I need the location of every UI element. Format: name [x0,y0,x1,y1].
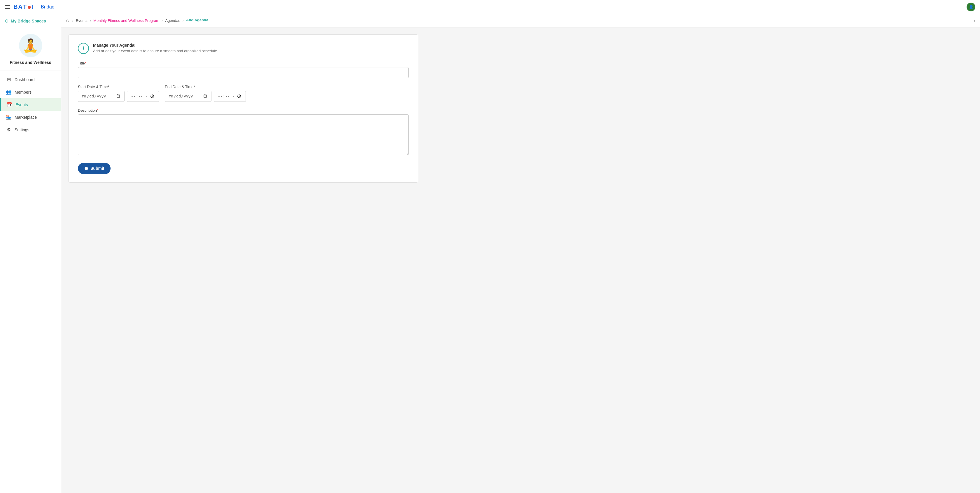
info-text-block: Manage Your Agenda! Add or edit your eve… [93,43,218,53]
sidebar-item-dashboard[interactable]: ⊞ Dashboard [0,73,61,86]
agenda-form-card: i Manage Your Agenda! Add or edit your e… [68,34,418,183]
title-group: Title* [78,61,409,78]
sidebar-profile: 🧘 Fitness and Wellness [0,28,61,71]
description-textarea[interactable] [78,115,409,155]
start-time-input[interactable] [127,91,159,102]
info-banner: i Manage Your Agenda! Add or edit your e… [78,43,409,54]
description-group: Description* [78,108,409,156]
breadcrumb-events[interactable]: Events [76,18,88,23]
info-description: Add or edit your event details to ensure… [93,49,218,53]
breadcrumb-event-name[interactable]: Monthly Fitness and Wellness Program [93,18,159,23]
breadcrumb-add-agenda[interactable]: Add Agenda [186,18,208,23]
end-time-input[interactable] [214,91,246,102]
start-date-input[interactable] [78,91,124,102]
description-label: Description* [78,108,409,113]
dashboard-icon: ⊞ [6,77,12,82]
sidebar-item-events-label: Events [16,102,28,107]
title-label: Title* [78,61,409,65]
breadcrumb-sep-1: › [90,18,91,23]
breadcrumb-sep-2: › [162,18,163,23]
date-time-row: Start Date & Time* End Date & Time* [78,84,409,102]
sidebar: ⊙ My Bridge Spaces 🧘 Fitness and Wellnes… [0,14,61,493]
my-bridge-spaces-button[interactable]: ⊙ My Bridge Spaces [0,14,61,28]
sidebar-item-events[interactable]: 📅 Events [0,98,61,111]
sidebar-item-marketplace[interactable]: 🏪 Marketplace [0,111,61,123]
logo-area: BAT●I [13,3,33,11]
user-avatar[interactable] [967,3,975,11]
collapse-icon[interactable]: ‹ [974,18,975,23]
app-title: Bridge [41,5,54,10]
hamburger-menu[interactable] [5,5,10,10]
sidebar-item-dashboard-label: Dashboard [14,77,35,82]
end-label: End Date & Time* [165,84,246,89]
profile-avatar: 🧘 [19,34,42,57]
main-content: ⌂ › Events › Monthly Fitness and Wellnes… [61,14,980,493]
end-date-time-group: End Date & Time* [165,84,246,102]
end-date-input[interactable] [165,91,212,102]
nav-divider [37,3,37,11]
batoi-logo: BAT●I [13,3,33,11]
breadcrumb-sep-3: › [183,18,184,23]
circle-icon: ⊙ [5,18,8,24]
sidebar-item-members-label: Members [14,90,32,94]
info-icon: i [78,43,89,54]
events-icon: 📅 [7,102,13,107]
sidebar-navigation: ⊞ Dashboard 👥 Members 📅 Events 🏪 Marketp… [0,71,61,138]
sidebar-item-settings[interactable]: ⚙ Settings [0,123,61,136]
sidebar-item-marketplace-label: Marketplace [14,115,37,119]
sidebar-item-members[interactable]: 👥 Members [0,86,61,98]
info-title: Manage Your Agenda! [93,43,218,48]
breadcrumb: ⌂ › Events › Monthly Fitness and Wellnes… [61,14,980,27]
end-inputs [165,91,246,102]
members-icon: 👥 [6,89,12,95]
submit-icon: ⊕ [84,166,88,171]
sidebar-item-settings-label: Settings [14,127,29,132]
start-date-time-group: Start Date & Time* [78,84,159,102]
start-label: Start Date & Time* [78,84,159,89]
submit-label: Submit [91,166,104,171]
breadcrumb-agendas[interactable]: Agendas [165,18,180,23]
start-inputs [78,91,159,102]
profile-name: Fitness and Wellness [10,60,51,65]
submit-button[interactable]: ⊕ Submit [78,163,111,174]
breadcrumb-sep-0: › [72,18,73,23]
title-input[interactable] [78,67,409,78]
home-icon[interactable]: ⌂ [66,18,69,23]
my-spaces-label: My Bridge Spaces [11,19,46,23]
top-nav: BAT●I Bridge [0,0,980,14]
page-content: i Manage Your Agenda! Add or edit your e… [61,27,980,493]
marketplace-icon: 🏪 [6,115,12,120]
settings-icon: ⚙ [6,127,12,132]
